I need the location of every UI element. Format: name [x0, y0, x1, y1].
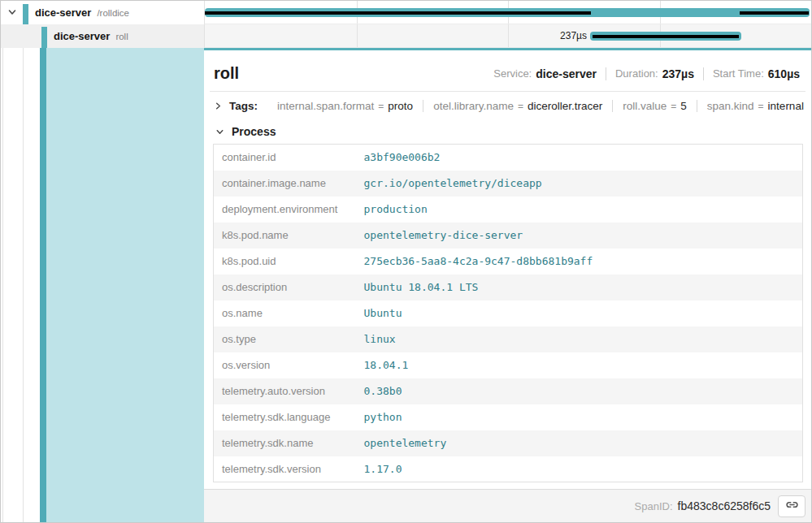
expanded-span-accent: [40, 48, 204, 522]
process-value: python: [356, 404, 803, 430]
process-label: Process: [232, 125, 276, 138]
span-timeline-cell-roll[interactable]: 237µs: [204, 24, 811, 48]
tag-key: internal.span.format: [277, 100, 374, 112]
tree-indent-guide: [23, 48, 24, 522]
tags-label: Tags:: [229, 100, 258, 112]
table-row: k8s.pod.nameopentelemetry-dice-server: [214, 223, 803, 249]
duration-value: 237µs: [662, 67, 694, 80]
span-color-bar: [41, 27, 47, 48]
span-detail-footer: SpanID: fb483c8c6258f6c5: [204, 489, 811, 522]
timeline-gridline: [508, 24, 509, 47]
process-key: k8s.pod.name: [214, 223, 356, 249]
process-value: 275ecb36-5aa8-4c2a-9c47-d8bb681b9aff: [356, 249, 803, 274]
process-value: linux: [356, 326, 803, 352]
critical-path-segment: [740, 11, 809, 15]
process-value: opentelemetry: [356, 430, 803, 456]
span-bar-roll[interactable]: [590, 32, 741, 41]
process-value: Ubuntu: [356, 300, 803, 326]
timeline-gridline: [357, 24, 358, 47]
span-timeline-cell-rolldice[interactable]: [204, 1, 811, 24]
process-key: k8s.pod.uid: [214, 249, 356, 274]
process-key: telemetry.sdk.name: [214, 430, 356, 456]
chevron-down-icon: [7, 6, 17, 20]
process-kv-table: container.ida3bf90e006b2 container.image…: [213, 144, 803, 482]
span-id-label: SpanID:: [635, 500, 673, 512]
table-row: container.ida3bf90e006b2: [214, 145, 803, 171]
process-value: 1.17.0: [356, 456, 803, 482]
table-row: telemetry.sdk.languagepython: [214, 404, 803, 430]
span-detail-panel: roll Service: dice-server Duration: 237µ…: [204, 48, 811, 522]
tag-value: internal: [768, 100, 804, 112]
process-key: container.id: [214, 145, 356, 171]
tag-item: span.kind = internal: [697, 100, 812, 112]
process-value: production: [356, 197, 803, 223]
span-service-name: dice-server: [54, 30, 110, 42]
span-name-cell-roll[interactable]: dice-server roll: [1, 24, 204, 48]
meta-divider: [606, 67, 606, 80]
table-row: telemetry.sdk.nameopentelemetry: [214, 430, 803, 456]
tag-value: 5: [680, 100, 687, 112]
collapse-children-button[interactable]: [6, 6, 19, 19]
span-service-name: dice-server: [35, 6, 91, 19]
process-key: telemetry.sdk.version: [214, 456, 356, 482]
tag-equals: =: [378, 101, 384, 112]
process-key: telemetry.auto.version: [214, 378, 356, 404]
process-key: telemetry.sdk.language: [214, 404, 356, 430]
process-key: os.description: [214, 274, 356, 300]
process-key: container.image.name: [214, 171, 356, 197]
critical-path-segment: [205, 11, 591, 15]
span-operation-name: roll: [115, 32, 128, 41]
span-duration-label: 237µs: [560, 24, 587, 48]
trace-view-window: dice-server /rolldice dice-server roll 2…: [0, 0, 812, 523]
span-id-value: fb483c8c6258f6c5: [678, 499, 771, 512]
process-key: deployment.environment: [214, 197, 356, 223]
process-value: 18.04.1: [356, 352, 803, 378]
span-operation-name: /rolldice: [97, 8, 129, 18]
table-row: os.typelinux: [214, 326, 803, 352]
table-row: os.version18.04.1: [214, 352, 803, 378]
table-row: k8s.pod.uid275ecb36-5aa8-4c2a-9c47-d8bb6…: [214, 249, 803, 274]
critical-path-segment: [593, 35, 739, 38]
chevron-down-icon[interactable]: [214, 126, 225, 137]
tag-value: diceroller.tracer: [528, 100, 602, 112]
span-detail-title: roll: [214, 64, 239, 83]
tag-item: internal.span.format = proto: [267, 100, 423, 112]
span-detail-header: roll Service: dice-server Duration: 237µ…: [204, 50, 811, 91]
process-accordion[interactable]: Process: [204, 119, 811, 144]
span-name-cell-rolldice[interactable]: dice-server /rolldice: [1, 1, 204, 24]
process-value: opentelemetry-dice-server: [356, 223, 803, 249]
tag-key: span.kind: [707, 100, 754, 112]
tag-key: otel.library.name: [433, 100, 514, 112]
start-time-label: Start Time:: [713, 67, 764, 80]
process-key: os.version: [214, 352, 356, 378]
meta-divider: [703, 67, 704, 80]
tag-key: roll.value: [623, 100, 667, 112]
link-icon: [785, 498, 799, 515]
tag-equals: =: [518, 101, 523, 112]
service-value: dice-server: [536, 67, 597, 80]
copy-deep-link-button[interactable]: [778, 495, 805, 517]
span-bar-rolldice[interactable]: [205, 8, 810, 17]
span-row-rolldice[interactable]: dice-server /rolldice: [1, 1, 811, 24]
span-detail-meta: Service: dice-server Duration: 237µs Sta…: [493, 67, 800, 80]
tree-indent-guide: [2, 48, 3, 522]
chevron-right-icon[interactable]: [214, 101, 223, 112]
table-row: container.image.namegcr.io/opentelemetry…: [214, 171, 803, 197]
tag-equals: =: [671, 101, 676, 112]
start-time-value: 610µs: [768, 67, 800, 80]
tag-item: otel.library.name = diceroller.tracer: [423, 100, 612, 112]
process-value: Ubuntu 18.04.1 LTS: [356, 274, 803, 300]
process-value: 0.38b0: [356, 378, 803, 404]
tags-accordion[interactable]: Tags: internal.span.format = proto otel.…: [204, 92, 811, 119]
span-tree-rail: [1, 48, 204, 522]
tag-value: proto: [388, 100, 413, 112]
table-row: telemetry.sdk.version1.17.0: [214, 456, 803, 482]
process-key: os.type: [214, 326, 356, 352]
span-row-roll[interactable]: dice-server roll 237µs: [1, 24, 811, 48]
tag-equals: =: [758, 101, 764, 112]
tag-item: roll.value = 5: [612, 100, 697, 112]
table-row: telemetry.auto.version0.38b0: [214, 378, 803, 404]
table-row: os.descriptionUbuntu 18.04.1 LTS: [214, 274, 803, 300]
service-label: Service:: [493, 67, 532, 80]
span-color-bar: [23, 4, 28, 24]
